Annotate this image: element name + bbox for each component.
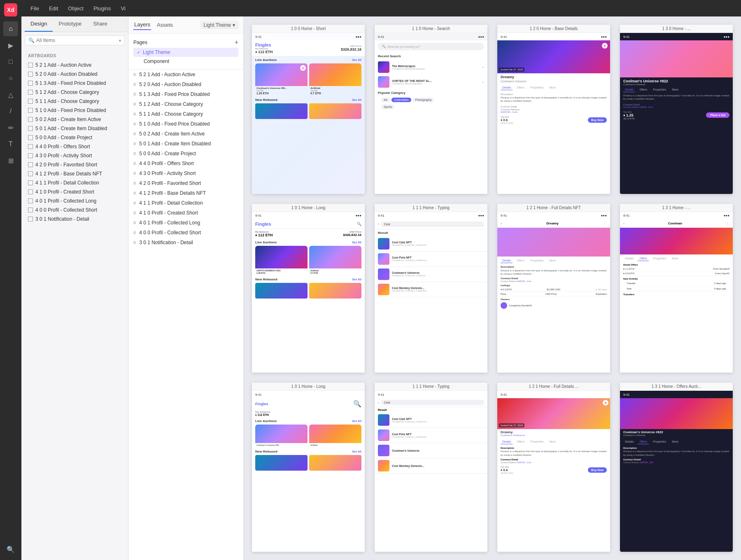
frame-home-typing[interactable]: 1 1 1 Home - Typing 9:41 ●●● ‹ Cool Resu… [375,204,487,373]
layers-tab-layers[interactable]: Layers [133,20,151,30]
tab-properties[interactable]: Properties [529,258,545,263]
chip-art[interactable]: Art [381,98,390,102]
layer-item[interactable]: # 5 0 1 Add - Create Item Disabled [128,139,243,149]
component-tool-icon[interactable]: ⊞ [3,153,18,168]
frame-full-details-2[interactable]: 1 2 1 Home - Full Details ... 9:41 Ended… [497,383,610,552]
place-bid-button[interactable]: Place a bid [706,112,729,118]
result-item-3[interactable]: Coolman's Universe Created by Coolman_Co… [375,267,487,282]
buy-now-button-2[interactable]: Buy Now [588,467,607,473]
tab-more[interactable]: More [548,85,557,90]
layer-item[interactable]: # 4 4 0 Profil - Offers Short [128,159,243,168]
ellipse-tool-icon[interactable]: ○ [3,71,18,86]
close-icon[interactable]: × [482,80,484,84]
layer-item[interactable]: # 5 0 2 Add - Create Item Active [128,129,243,139]
frame-typing-2[interactable]: 1 1 1 Home - Typing 9:41 ‹ Cool Result [375,383,487,552]
result-item-4[interactable]: Cool Monkey Genesis... Created by Coolma… [375,282,487,297]
tab-offers[interactable]: Offers [638,439,649,444]
tab-details[interactable]: Details [501,439,513,444]
search-tool-icon[interactable]: 🔍 [3,542,18,557]
result-item-1[interactable]: Cool Cats NFT Created by Coolman_Collect… [375,236,487,252]
tab-more[interactable]: More [670,256,680,261]
frame-home-offers[interactable]: 1 3 1 Home - ... 9:41 ●●● ‹ Coolman ⋮ [620,204,733,373]
artboard-item[interactable]: 5 0 2 Add - Create Item Active [21,115,128,124]
add-page-button[interactable]: + [235,39,238,46]
tab-properties[interactable]: Properties [651,439,668,444]
menu-view[interactable]: Vi [117,4,130,13]
layer-item[interactable]: # 3 0 1 Notification - Detail [128,238,243,247]
tab-offers[interactable]: Offers [638,256,649,261]
frame-full-details[interactable]: 1 2 1 Home - Full Details NFT 9:41 ●●● ‹… [497,204,610,373]
chip-collectibles[interactable]: Collectibles [391,98,411,102]
frame-home-alt[interactable]: 1 3 0 Home - ... 9:41 ●●● Coolman's Univ… [620,25,733,194]
layer-item[interactable]: # 4 2 0 Profil - Favorited Short [128,178,243,188]
layer-item[interactable]: # 5 1 1 Add - Choose Category [128,109,243,119]
menu-plugins[interactable]: Plugins [89,4,115,13]
text-tool-icon[interactable]: T [3,137,18,152]
artboard-item[interactable]: 5 0 1 Add - Create Item Disabled [21,124,128,133]
artboard-item[interactable]: 4 1 1 Profil - Detail Collection [21,178,128,187]
layer-item[interactable]: # 5 0 0 Add - Create Project [128,149,243,159]
layer-item[interactable]: # 4 0 0 Profil - Collected Short [128,228,243,238]
menu-file[interactable]: File [26,4,43,13]
artboard-item[interactable]: 5 1 2 Add - Choose Category [21,88,128,97]
layer-item[interactable]: # 4 1 2 Profil - Base Details NFT [128,188,243,198]
search-bar[interactable]: 🔍 What are you looking for? [378,43,484,50]
layer-item[interactable]: # 5 2 0 Add - Auction Disabled [128,79,243,89]
artboard-item[interactable]: 4 1 0 Profil - Created Short [21,187,128,196]
artboard-item[interactable]: 5 2 0 Add - Auction Disabled [21,70,128,79]
tab-share[interactable]: Share [87,16,113,32]
search-icon[interactable]: 🔍 [353,400,361,408]
polygon-tool-icon[interactable]: △ [3,87,18,102]
theme-selector[interactable]: Light Theme ▾ [200,21,239,29]
layer-item[interactable]: # 4 3 0 Profil - Activity Short [128,168,243,178]
frame-home-long[interactable]: 1 0 1 Home - Long 9:41 ●●● Fingles 🔍 [252,204,365,373]
layer-item[interactable]: # 4 1 0 Profil - Created Short [128,208,243,218]
artboard-item[interactable]: 5 0 0 Add - Create Project [21,133,128,142]
frame-home-search[interactable]: 1 1 0 Home - Search 9:41 ●●● 🔍 What are … [375,25,487,194]
artboard-item[interactable]: 4 2 0 Profil - Favorited Short [21,160,128,169]
chip-sports[interactable]: Sports [381,105,394,109]
back-icon[interactable]: ‹ [501,222,502,226]
buy-now-button[interactable]: Buy Now [588,117,607,123]
artboard-item[interactable]: 5 1 3 Add - Fixed Price Disabled [21,79,128,88]
artboard-item[interactable]: 3 0 1 Notification - Detail [21,215,128,224]
menu-object[interactable]: Object [64,4,88,13]
tab-properties[interactable]: Properties [651,256,668,261]
result-2-4[interactable]: Cool Monkey Genesis... [375,458,487,474]
tab-offers[interactable]: Offers [515,439,526,444]
frame-home-base-details[interactable]: 1 2 0 Home - Base Details 9:41 ●●● Ended… [497,25,610,194]
tab-offers[interactable]: Offers [515,85,526,90]
select-tool-icon[interactable]: ▶ [3,38,18,53]
back-icon[interactable]: ‹ [378,401,379,405]
tab-prototype[interactable]: Prototype [53,16,87,32]
home-tool-icon[interactable]: ⌂ [3,21,18,36]
tab-properties[interactable]: Properties [529,439,545,444]
page-item-component[interactable]: Component [133,57,238,66]
artboard-item[interactable]: 4 4 0 Profil - Offers Short [21,142,128,151]
tab-design[interactable]: Design [25,16,53,32]
back-icon[interactable]: ‹ [623,222,624,226]
layer-item[interactable]: # 5 1 2 Add - Choose Category [128,99,243,109]
layer-item[interactable]: # 5 1 0 Add - Fixed Price Disabled [128,119,243,129]
tab-properties[interactable]: Properties [529,85,545,90]
pen-tool-icon[interactable]: / [3,104,18,119]
result-2-1[interactable]: Cool Cats NFTCreated by Coolman_Collecti… [375,413,487,428]
more-icon[interactable]: ⋮ [603,222,607,226]
result-2-3[interactable]: Coolman's Universe [375,443,487,458]
result-2-2[interactable]: Cool Pets NFTCreated by Coolman_Collecti… [375,428,487,443]
artboard-item[interactable]: 4 1 2 Profil - Base Details NFT [21,169,128,178]
menu-edit[interactable]: Edit [45,4,62,13]
artboard-item[interactable]: 4 0 1 Profil - Collected Long [21,196,128,205]
frame-home-short[interactable]: 1 0 0 Home - Short 9:41 ●●● Fingles My B… [252,25,365,194]
more-icon[interactable]: ⋮ [726,222,729,226]
back-icon[interactable]: ‹ [378,222,379,226]
tab-details[interactable]: Details [623,439,635,444]
layer-item[interactable]: # 4 0 1 Profil - Collected Long [128,218,243,228]
tab-offers[interactable]: Offers [515,258,526,263]
layer-item[interactable]: # 5 2 1 Add - Auction Active [128,70,243,79]
tab-details[interactable]: Details [501,85,513,90]
close-icon[interactable]: × [482,65,484,69]
tab-more[interactable]: More [670,439,680,444]
frame-home-long-2[interactable]: 1 0 1 Home - Long 9:41 Fingles 🔍 My Bala… [252,383,365,552]
pencil-tool-icon[interactable]: ✏ [3,120,18,135]
